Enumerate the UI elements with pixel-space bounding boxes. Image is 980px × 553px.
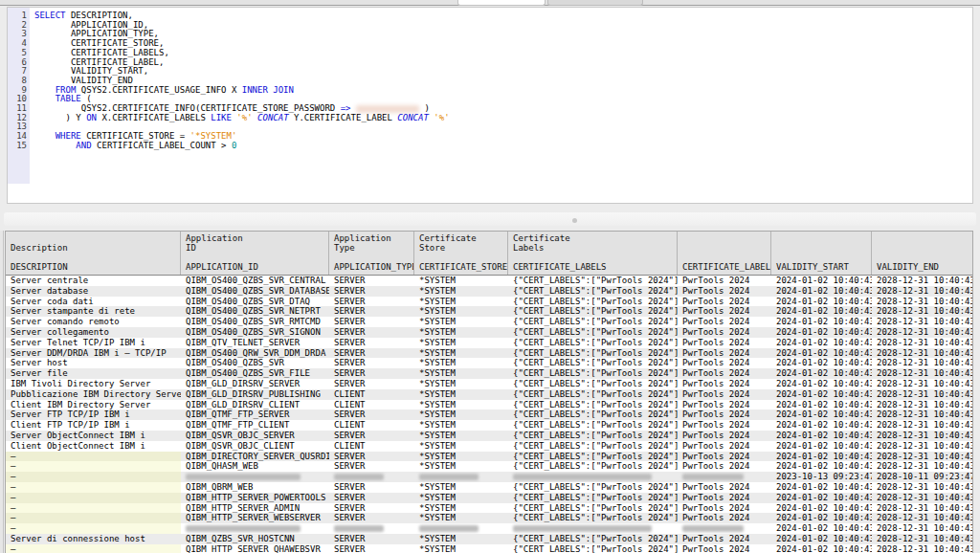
table-row[interactable]: Client ObjectConnect IBM iQIBM_QSVR_OBJC…	[6, 441, 972, 452]
panel-splitter[interactable]	[0, 205, 980, 230]
table-cell: PwrTools 2024	[678, 389, 771, 400]
code-line[interactable]: VALIDITY_START,	[34, 66, 972, 76]
column-header-application_id[interactable]: Application IDAPPLICATION_ID	[181, 232, 329, 275]
code-line[interactable]: WHERE CERTIFICATE_STORE = '*SYSTEM'	[34, 131, 972, 141]
toolbar-button-fragment[interactable]	[547, 0, 643, 6]
column-header-certificate_label[interactable]: CERTIFICATE_LABEL	[678, 232, 771, 275]
table-row[interactable]: Server stampante di reteQIBM_OS400_QZBS_…	[6, 306, 972, 317]
code-line[interactable]: FROM QSYS2.CERTIFICATE_USAGE_INFO X INNE…	[34, 85, 972, 95]
results-scrollbar[interactable]	[0, 231, 4, 553]
table-row[interactable]: –QIBM_HTTP_SERVER_QHAWEBSVRSERVER*SYSTEM…	[6, 544, 972, 553]
column-header-certificate_store[interactable]: Certificate StoreCERTIFICATE_STORE	[414, 232, 508, 275]
column-name: DESCRIPTION	[11, 262, 180, 273]
toolbar-strip	[0, 0, 980, 6]
table-row[interactable]: –2024-01-02 10:40:432028-12-31 10:40:43	[6, 523, 972, 534]
table-cell: PwrTools 2024	[678, 338, 771, 348]
table-cell: QIBM_GLD_DIRSRV_SERVER	[181, 379, 329, 389]
table-cell: 2024-01-02 10:40:43	[771, 461, 872, 472]
table-cell: SERVER	[329, 452, 414, 462]
table-cell: PwrTools 2024	[678, 461, 771, 472]
table-cell: 2028-12-31 10:40:43	[872, 431, 973, 441]
table-row[interactable]: Server coda datiQIBM_OS400_QZBS_SVR_DTAQ…	[6, 297, 972, 307]
column-header-validity_end[interactable]: VALIDITY_END	[872, 232, 973, 275]
table-cell: QIBM_HTTP_SERVER_WEBSERVER	[181, 513, 329, 523]
table-row[interactable]: Server Telnet TCP/IP IBM iQIBM_QTV_TELNE…	[6, 338, 972, 348]
table-cell: QIBM_GLD_DIRSRV_CLIENT	[181, 400, 329, 410]
code-line[interactable]: QSYS2.CERTIFICATE_INFO(CERTIFICATE_STORE…	[34, 103, 972, 113]
code-line[interactable]: VALIDITY_END	[34, 76, 972, 85]
table-row[interactable]: –QIBM_QHASM_WEBSERVER*SYSTEM{"CERT_LABEL…	[6, 461, 972, 472]
table-cell: 2028-10-11 09:23:47	[872, 472, 973, 482]
table-row[interactable]: Server comando remotoQIBM_OS400_QZBS_SVR…	[6, 317, 972, 327]
table-row[interactable]: –QIBM_HTTP_SERVER_WEBSERVERSERVER*SYSTEM…	[6, 513, 972, 523]
table-cell: *SYSTEM	[414, 534, 508, 544]
table-cell: PwrTools 2024	[678, 400, 771, 410]
table-cell: 2024-01-02 10:40:43	[771, 297, 872, 307]
code-line[interactable]	[34, 122, 972, 131]
column-name: CERTIFICATE_LABELS	[513, 262, 677, 273]
column-name: APPLICATION_ID	[186, 262, 328, 273]
table-cell: 2024-01-02 10:40:43	[771, 513, 872, 523]
sql-token: CERTIFICATE_LABEL,	[34, 57, 164, 67]
table-cell: 2028-12-31 10:40:43	[872, 389, 973, 400]
table-cell: PwrTools 2024	[678, 286, 771, 297]
code-line[interactable]: CERTIFICATE_STORE,	[34, 38, 972, 48]
table-cell: SERVER	[329, 327, 414, 338]
results-grid: DescriptionDESCRIPTIONApplication IDAPPL…	[5, 231, 973, 553]
table-cell: QIBM_HTTP_SERVER_ADMIN	[181, 503, 329, 514]
table-row[interactable]: Client FTP TCP/IP IBM iQIBM_QTMF_FTP_CLI…	[6, 420, 972, 431]
sql-code[interactable]: SELECT DESCRIPTION, APPLICATION_ID, APPL…	[30, 8, 972, 203]
table-row[interactable]: Server DDM/DRDA IBM i – TCP/IPQIBM_OS400…	[6, 348, 972, 359]
table-cell: –	[6, 482, 181, 493]
code-line[interactable]: SELECT DESCRIPTION,	[34, 11, 972, 20]
table-row[interactable]: Server centraleQIBM_OS400_QZBS_SVR_CENTR…	[6, 276, 972, 286]
code-line[interactable]: CERTIFICATE_LABEL,	[34, 57, 972, 67]
table-row[interactable]: Server hostQIBM_OS400_QZBS_SVRSERVER*SYS…	[6, 358, 972, 368]
table-row[interactable]: Client IBM Directory ServerQIBM_GLD_DIRS…	[6, 400, 972, 410]
code-line[interactable]: APPLICATION_ID,	[34, 20, 972, 30]
table-row[interactable]: –QIBM_HTTP_SERVER_ADMINSERVER*SYSTEM{"CE…	[6, 503, 972, 514]
table-row[interactable]: IBM Tivoli Directory ServerQIBM_GLD_DIRS…	[6, 379, 972, 389]
column-header-application_type[interactable]: Application TypeAPPLICATION_TYPE	[329, 232, 414, 275]
column-header-description[interactable]: DescriptionDESCRIPTION	[6, 232, 181, 275]
table-row[interactable]: Server fileQIBM_OS400_QZBS_SVR_FILESERVE…	[6, 368, 972, 379]
table-cell: {"CERT_LABELS":["PwrTools 2024"]}	[508, 368, 678, 379]
table-cell: SERVER	[329, 482, 414, 493]
line-number: 2	[8, 20, 27, 30]
table-row[interactable]: –2023-10-13 09:23:472028-10-11 09:23:47	[6, 472, 972, 482]
table-row[interactable]: Server FTP TCP/IP IBM iQIBM_QTMF_FTP_SER…	[6, 409, 972, 420]
code-line[interactable]: TABLE (	[34, 94, 972, 103]
table-cell: Server FTP TCP/IP IBM i	[6, 409, 181, 420]
column-header-certificate_labels[interactable]: Certificate LabelsCERTIFICATE_LABELS	[508, 232, 678, 275]
table-row[interactable]: –QIBM_HTTP_SERVER_POWERTOOLSSERVER*SYSTE…	[6, 493, 972, 503]
table-cell: PwrTools 2024	[678, 317, 771, 327]
splitter-bar[interactable]	[4, 212, 976, 226]
table-cell	[414, 523, 508, 534]
table-cell: 2024-01-02 10:40:43	[771, 327, 872, 338]
code-line[interactable]: CERTIFICATE_LABELS,	[34, 48, 972, 57]
table-cell: {"CERT_LABELS":["PwrTools 2024"]}	[508, 389, 678, 400]
table-cell: *SYSTEM	[414, 389, 508, 400]
table-row[interactable]: Server ObjectConnect IBM iQIBM_QSVR_OBJC…	[6, 431, 972, 441]
table-cell: 2024-01-02 10:40:43	[771, 431, 872, 441]
sql-token: SELECT	[34, 11, 66, 20]
table-cell: {"CERT_LABELS":["PwrTools 2024"]}	[508, 431, 678, 441]
table-cell: 2028-12-31 10:40:43	[872, 513, 973, 523]
table-row[interactable]: –QIBM_QBRM_WEBSERVER*SYSTEM{"CERT_LABELS…	[6, 482, 972, 493]
table-cell: PwrTools 2024	[678, 306, 771, 317]
table-row[interactable]: Server collegamentoQIBM_OS400_QZBS_SVR_S…	[6, 327, 972, 338]
table-row[interactable]: –QIBM_DIRECTORY_SERVER_QUSRDIRSERVER*SYS…	[6, 452, 972, 462]
table-cell: SERVER	[329, 306, 414, 317]
table-row[interactable]: Server di connessione hostQIBM_QZBS_SVR_…	[6, 534, 972, 544]
table-cell: Server stampante di rete	[6, 306, 181, 317]
sql-token: CERTIFICATE_LABELS,	[34, 48, 169, 57]
code-line[interactable]: APPLICATION_TYPE,	[34, 29, 972, 38]
table-row[interactable]: Server databaseQIBM_OS400_QZBS_SVR_DATAB…	[6, 286, 972, 297]
line-number: 12	[8, 113, 27, 122]
redacted-cell	[513, 525, 652, 532]
code-line[interactable]: AND CERTIFICATE_LABEL_COUNT > 0	[34, 141, 972, 150]
column-header-validity_start[interactable]: VALIDITY_START	[771, 232, 872, 275]
code-line[interactable]: ) Y ON X.CERTIFICATE_LABELS LIKE '%' CON…	[34, 113, 972, 122]
table-row[interactable]: Pubblicazione IBM Directory ServerQIBM_G…	[6, 389, 972, 400]
toolbar-field-fragment[interactable]	[457, 0, 546, 6]
